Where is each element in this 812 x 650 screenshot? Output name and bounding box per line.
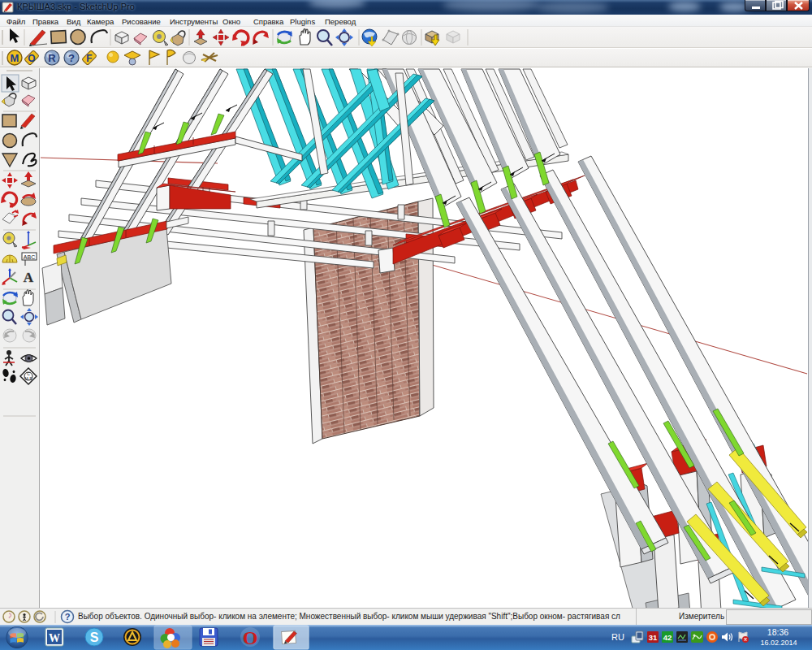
svg-text:RU: RU [611, 632, 624, 642]
svg-text:S: S [90, 630, 99, 644]
svg-text:ABC: ABC [24, 254, 35, 260]
svg-text:M: M [11, 52, 19, 64]
svg-text:R: R [48, 52, 56, 64]
svg-text:F: F [86, 53, 92, 64]
svg-text:?: ? [68, 52, 75, 64]
svg-text:31: 31 [649, 633, 658, 642]
svg-text:A: A [24, 270, 34, 285]
svg-text:W: W [49, 632, 60, 644]
svg-text:O: O [28, 53, 35, 64]
svg-text:18:36: 18:36 [767, 627, 788, 637]
svg-text:16.02.2014: 16.02.2014 [760, 639, 797, 647]
svg-text:O: O [243, 627, 258, 648]
svg-text:?: ? [65, 612, 71, 622]
svg-text:M·S: M·S [24, 376, 32, 381]
svg-text:42: 42 [663, 633, 672, 642]
